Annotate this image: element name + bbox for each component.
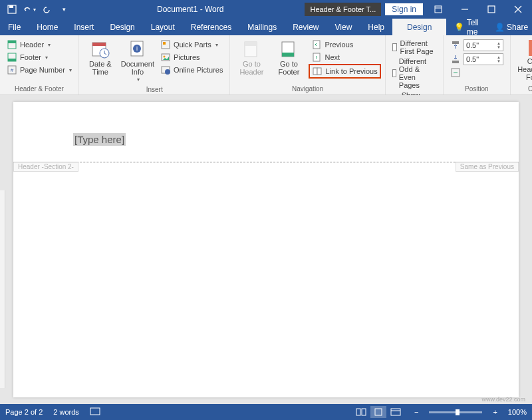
footer-position-icon bbox=[450, 54, 461, 65]
svg-rect-11 bbox=[92, 43, 106, 46]
group-label: Navigation bbox=[292, 84, 323, 93]
maximize-icon[interactable] bbox=[480, 1, 503, 17]
footer-dropdown[interactable]: Footer▾ bbox=[4, 51, 74, 63]
footer-from-bottom-input[interactable]: 0.5"▲▼ bbox=[448, 53, 506, 66]
customize-qat-icon[interactable]: ▾ bbox=[56, 1, 72, 17]
page-number-dropdown[interactable]: #Page Number▾ bbox=[4, 64, 74, 76]
header-position-icon bbox=[450, 40, 461, 51]
group-position: 0.5"▲▼ 0.5"▲▼ Position bbox=[444, 35, 511, 95]
undo-icon[interactable]: ▾ bbox=[21, 1, 37, 17]
online-pictures-icon bbox=[160, 65, 171, 75]
goto-header-button: Go to Header bbox=[234, 39, 269, 77]
online-pictures-button[interactable]: Online Pictures bbox=[158, 64, 226, 76]
tab-references[interactable]: References bbox=[183, 19, 239, 35]
header-icon bbox=[7, 39, 17, 50]
read-mode-icon[interactable] bbox=[353, 406, 369, 418]
group-close: ✕Close Header and Footer Close bbox=[511, 35, 532, 95]
previous-button[interactable]: Previous bbox=[309, 39, 380, 51]
svg-rect-29 bbox=[317, 68, 321, 75]
page-indicator[interactable]: Page 2 of 2 bbox=[5, 408, 43, 416]
zoom-out-button[interactable]: − bbox=[414, 408, 418, 416]
group-navigation: Go to Header Go to Footer Previous Next … bbox=[230, 35, 385, 95]
svg-rect-28 bbox=[313, 68, 317, 75]
tab-mailings[interactable]: Mailings bbox=[239, 19, 285, 35]
group-label: Header & Footer bbox=[15, 84, 64, 93]
date-time-icon bbox=[91, 40, 110, 59]
share-button[interactable]: 👤 Share bbox=[487, 19, 532, 35]
lightbulb-icon: 💡 bbox=[454, 23, 464, 32]
document-title: Document1 - Word bbox=[76, 5, 305, 14]
different-odd-even-checkbox[interactable]: Different Odd & Even Pages bbox=[390, 57, 439, 90]
word-count[interactable]: 2 words bbox=[53, 408, 79, 416]
tab-design[interactable]: Design bbox=[102, 19, 142, 35]
tab-home[interactable]: Home bbox=[29, 19, 66, 35]
header-placeholder[interactable]: [Type here] bbox=[73, 133, 126, 146]
view-buttons bbox=[353, 406, 404, 418]
pictures-button[interactable]: Pictures bbox=[158, 51, 226, 63]
tab-hf-design[interactable]: Design bbox=[392, 19, 446, 35]
svg-rect-37 bbox=[391, 409, 400, 415]
sign-in-button[interactable]: Sign in bbox=[385, 3, 423, 15]
spell-check-icon[interactable] bbox=[90, 407, 100, 417]
print-layout-icon[interactable] bbox=[370, 406, 386, 418]
zoom-slider[interactable] bbox=[429, 411, 482, 413]
link-to-previous-icon bbox=[312, 66, 323, 77]
tab-review[interactable]: Review bbox=[285, 19, 327, 35]
tab-help[interactable]: Help bbox=[360, 19, 392, 35]
svg-rect-5 bbox=[8, 41, 16, 43]
quick-parts-dropdown[interactable]: Quick Parts▾ bbox=[158, 39, 226, 51]
header-dropdown[interactable]: Header▾ bbox=[4, 39, 74, 51]
save-icon[interactable] bbox=[4, 1, 20, 17]
svg-rect-31 bbox=[452, 61, 459, 63]
link-to-previous-button[interactable]: Link to Previous bbox=[309, 64, 380, 79]
watermark: www.dev22.com bbox=[481, 396, 525, 403]
document-info-button[interactable]: iDocument Info▾ bbox=[120, 39, 155, 85]
document-area: [Type here] Header -Section 2- Same as P… bbox=[0, 95, 532, 404]
svg-rect-35 bbox=[362, 409, 366, 415]
previous-icon bbox=[311, 39, 322, 50]
zoom-level[interactable]: 100% bbox=[508, 408, 527, 416]
tab-file[interactable]: File bbox=[0, 19, 29, 35]
quick-parts-icon bbox=[160, 39, 171, 50]
svg-rect-36 bbox=[375, 409, 382, 415]
tab-view[interactable]: View bbox=[327, 19, 360, 35]
header-edit-zone[interactable]: [Type here] bbox=[13, 102, 519, 162]
group-label: Close bbox=[528, 84, 532, 93]
svg-text:#: # bbox=[11, 67, 14, 73]
minimize-icon[interactable] bbox=[454, 1, 476, 17]
group-insert: Date & Time iDocument Info▾ Quick Parts▾… bbox=[79, 35, 231, 95]
zoom-in-button[interactable]: + bbox=[493, 408, 497, 416]
ribbon-display-options-icon[interactable] bbox=[427, 1, 450, 17]
page[interactable]: [Type here] Header -Section 2- Same as P… bbox=[13, 102, 519, 397]
insert-alignment-tab-button[interactable] bbox=[448, 67, 506, 79]
svg-rect-27 bbox=[313, 53, 320, 61]
tab-layout[interactable]: Layout bbox=[143, 19, 183, 35]
pictures-icon bbox=[160, 52, 171, 63]
svg-rect-3 bbox=[488, 6, 495, 13]
date-time-button[interactable]: Date & Time bbox=[83, 39, 118, 77]
svg-rect-23 bbox=[245, 42, 257, 46]
svg-rect-25 bbox=[282, 53, 294, 57]
context-tab-header-footer: Header & Footer T... bbox=[305, 3, 381, 16]
checkbox-icon bbox=[392, 43, 398, 51]
document-body-dimmed bbox=[13, 162, 519, 397]
close-window-icon[interactable] bbox=[507, 1, 529, 17]
svg-point-21 bbox=[165, 69, 170, 75]
redo-icon[interactable] bbox=[39, 1, 55, 17]
web-layout-icon[interactable] bbox=[388, 406, 404, 418]
svg-rect-17 bbox=[163, 42, 166, 45]
tab-tell-me[interactable]: 💡 Tell me bbox=[446, 19, 486, 35]
next-button[interactable]: Next bbox=[309, 51, 380, 63]
different-first-page-checkbox[interactable]: Different First Page bbox=[390, 39, 439, 56]
close-header-footer-button[interactable]: ✕Close Header and Footer bbox=[515, 39, 532, 83]
header-from-top-input[interactable]: 0.5"▲▼ bbox=[448, 39, 506, 52]
document-info-icon: i bbox=[128, 40, 147, 59]
svg-rect-7 bbox=[8, 59, 16, 61]
quick-access-toolbar: ▾ ▾ bbox=[0, 1, 76, 17]
svg-text:i: i bbox=[136, 45, 138, 52]
group-options: Different First Page Different Odd & Eve… bbox=[386, 35, 444, 95]
goto-footer-button[interactable]: Go to Footer bbox=[271, 39, 306, 77]
tab-insert[interactable]: Insert bbox=[66, 19, 102, 35]
goto-footer-icon bbox=[279, 40, 298, 59]
footer-icon bbox=[7, 52, 17, 63]
